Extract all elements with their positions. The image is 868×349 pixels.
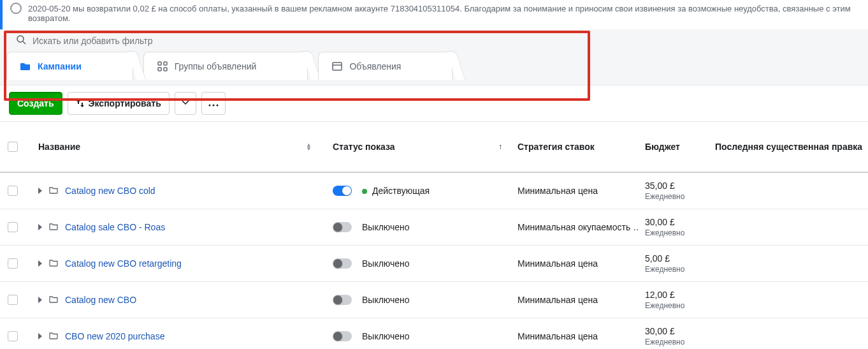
folder-icon — [48, 258, 59, 270]
create-button-label: Создать — [17, 98, 54, 108]
search-input[interactable] — [31, 35, 862, 47]
export-button-label: Экспортировать — [89, 98, 161, 108]
folder-icon — [48, 294, 59, 306]
status-text: Выключено — [362, 295, 410, 305]
campaign-name-link[interactable]: Catalog sale CBO - Roas — [65, 222, 165, 232]
status-dot-icon — [362, 189, 367, 194]
campaign-name-link[interactable]: Catalog new CBO retargeting — [65, 258, 182, 269]
col-budget[interactable]: Бюджет — [640, 142, 710, 152]
svg-point-8 — [208, 105, 210, 107]
budget-period: Ежедневно — [645, 192, 684, 201]
col-delivery-sort[interactable]: ↑ — [493, 142, 512, 151]
export-dropdown-button[interactable] — [175, 92, 196, 115]
svg-line-1 — [23, 41, 25, 44]
table-row: Catalog new CBOВыключеноМинимальная цена… — [0, 282, 868, 318]
svg-rect-3 — [164, 62, 167, 65]
create-button[interactable]: Создать — [9, 92, 62, 115]
col-bid-strategy[interactable]: Стратегия ставок — [512, 142, 640, 152]
status-text: Выключено — [362, 331, 410, 341]
expand-toggle[interactable] — [38, 297, 42, 303]
expand-toggle[interactable] — [38, 333, 42, 339]
info-banner: 2020-05-20 мы возвратили 0,02 £ на спосо… — [0, 0, 868, 29]
info-icon — [10, 3, 22, 14]
bid-strategy-cell: Минимальная цена — [512, 186, 640, 196]
budget-period: Ежедневно — [645, 301, 684, 310]
status-text: Действующая — [372, 186, 430, 196]
more-icon — [208, 98, 219, 108]
toolbar: Создать Экспортировать — [0, 85, 868, 122]
bid-strategy-cell: Минимальная цена — [512, 258, 640, 269]
campaigns-table: Название ▲▼ Статус показа ↑ Стратегия ст… — [0, 122, 868, 349]
budget-amount: 35,00 £ — [645, 181, 675, 191]
row-checkbox[interactable] — [8, 222, 18, 232]
svg-rect-4 — [158, 68, 161, 71]
table-row: Catalog new CBO retargetingВыключеноМини… — [0, 246, 868, 282]
col-last-edit[interactable]: Последняя существенная правка — [710, 142, 868, 152]
table-row: Catalog new CBO coldДействующаяМинимальн… — [0, 173, 868, 209]
row-checkbox[interactable] — [8, 186, 18, 196]
search-bar[interactable] — [0, 29, 868, 52]
row-checkbox[interactable] — [8, 258, 18, 269]
budget-period: Ежедневно — [645, 265, 684, 274]
grid-icon — [157, 61, 168, 72]
folder-icon — [20, 61, 31, 72]
budget-amount: 30,00 £ — [645, 217, 675, 227]
expand-toggle[interactable] — [38, 260, 42, 267]
expand-toggle[interactable] — [38, 188, 42, 194]
folder-icon — [48, 221, 59, 234]
status-toggle[interactable] — [333, 295, 352, 305]
svg-rect-2 — [158, 62, 161, 65]
budget-period: Ежедневно — [645, 338, 684, 346]
select-all-checkbox[interactable] — [8, 142, 18, 152]
row-checkbox[interactable] — [8, 331, 18, 341]
campaign-name-link[interactable]: Catalog new CBO cold — [65, 186, 156, 196]
col-name-sort[interactable]: ▲▼ — [301, 143, 328, 151]
svg-rect-6 — [333, 63, 342, 70]
budget-amount: 5,00 £ — [645, 253, 670, 264]
status-toggle[interactable] — [333, 258, 352, 269]
table-row: CBO new 2020 purchaseВыключеноМинимальна… — [0, 318, 868, 349]
tabs-row: Кампании Группы объявлений Объявления — [0, 52, 868, 85]
export-icon — [76, 99, 85, 108]
export-button[interactable]: Экспортировать — [68, 92, 170, 115]
sort-asc-icon: ↑ — [498, 142, 502, 151]
chevron-down-icon — [182, 98, 189, 108]
tab-ads[interactable]: Объявления — [318, 52, 452, 80]
ad-icon — [331, 61, 343, 72]
budget-amount: 30,00 £ — [645, 326, 675, 336]
search-icon — [16, 34, 26, 47]
folder-icon — [48, 330, 59, 343]
folder-icon — [48, 185, 59, 197]
tab-adsets[interactable]: Группы объявлений — [143, 52, 308, 80]
campaign-name-link[interactable]: Catalog new CBO — [65, 295, 136, 305]
tab-campaigns-label: Кампании — [38, 61, 82, 71]
status-toggle[interactable] — [333, 222, 352, 232]
table-header: Название ▲▼ Статус показа ↑ Стратегия ст… — [0, 122, 868, 173]
budget-period: Ежедневно — [645, 228, 684, 237]
info-banner-text: 2020-05-20 мы возвратили 0,02 £ на спосо… — [28, 4, 851, 23]
status-text: Выключено — [362, 258, 410, 269]
bid-strategy-cell: Минимальная окупаемость … — [512, 222, 640, 232]
sort-icon: ▲▼ — [306, 143, 312, 151]
svg-point-0 — [17, 36, 24, 42]
more-button[interactable] — [201, 92, 226, 115]
tab-campaigns[interactable]: Кампании — [6, 52, 133, 80]
status-toggle[interactable] — [333, 331, 352, 341]
bid-strategy-cell: Минимальная цена — [512, 295, 640, 305]
svg-rect-5 — [164, 68, 167, 71]
tab-ads-label: Объявления — [349, 61, 401, 71]
status-toggle[interactable] — [333, 186, 352, 196]
bid-strategy-cell: Минимальная цена — [512, 331, 640, 341]
campaign-name-link[interactable]: CBO new 2020 purchase — [65, 331, 164, 341]
col-name[interactable]: Название — [33, 142, 301, 152]
expand-toggle[interactable] — [38, 224, 42, 230]
svg-point-9 — [212, 105, 214, 107]
col-delivery[interactable]: Статус показа — [328, 142, 493, 152]
budget-amount: 12,00 £ — [645, 290, 675, 300]
table-row: Catalog sale CBO - RoasВыключеноМинималь… — [0, 209, 868, 246]
row-checkbox[interactable] — [8, 295, 18, 305]
svg-point-10 — [216, 105, 218, 107]
tab-adsets-label: Группы объявлений — [175, 61, 257, 71]
status-text: Выключено — [362, 222, 410, 232]
